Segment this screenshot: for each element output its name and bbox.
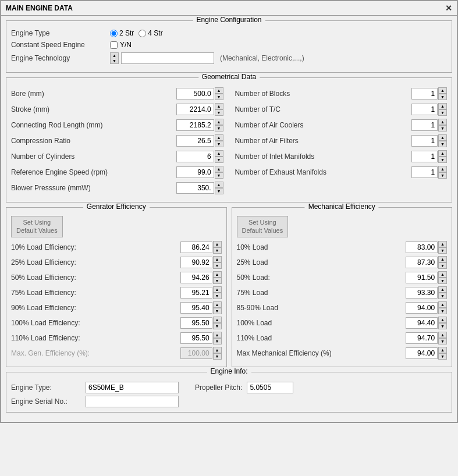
engine-serial-input[interactable] xyxy=(86,396,179,407)
geo-left-spin-up-3[interactable]: ▲ xyxy=(215,134,223,141)
propeller-pitch-input[interactable] xyxy=(247,382,293,393)
gen-eff-input-1[interactable] xyxy=(180,257,212,268)
gen-eff-spin-down-5[interactable]: ▼ xyxy=(213,323,222,329)
geo-right-spin-up-4[interactable]: ▲ xyxy=(438,150,447,157)
geo-left-input-1[interactable] xyxy=(176,104,214,115)
gen-eff-input-4[interactable] xyxy=(180,302,212,314)
geo-right-input-4[interactable] xyxy=(411,151,438,162)
gen-eff-spin-up-6[interactable]: ▲ xyxy=(213,332,222,338)
geo-left-spin-down-3[interactable]: ▼ xyxy=(215,141,223,147)
geo-right-input-3[interactable] xyxy=(411,135,438,147)
mech-eff-spin-down-3[interactable]: ▼ xyxy=(438,293,447,299)
geo-right-spin-up-5[interactable]: ▲ xyxy=(438,166,447,172)
mech-eff-spin-up-6[interactable]: ▲ xyxy=(438,332,447,338)
geo-right-spin-down-0[interactable]: ▼ xyxy=(438,94,447,100)
gen-eff-spin-up-3[interactable]: ▲ xyxy=(213,286,222,293)
mech-eff-spin-down-6[interactable]: ▼ xyxy=(438,338,447,344)
gen-eff-input-3[interactable] xyxy=(180,287,212,299)
geo-right-spin-down-5[interactable]: ▼ xyxy=(438,172,447,179)
gen-eff-spin-up-5[interactable]: ▲ xyxy=(213,317,222,323)
geo-left-spin-down-2[interactable]: ▼ xyxy=(215,125,223,132)
gen-eff-spin-up-1[interactable]: ▲ xyxy=(213,256,222,262)
gen-eff-input-6[interactable] xyxy=(180,332,212,344)
geo-left-input-4[interactable] xyxy=(176,151,214,162)
gen-eff-spin-down-4[interactable]: ▼ xyxy=(213,308,222,314)
tech-spin-up[interactable]: ▲ xyxy=(111,53,118,58)
mech-eff-spin-down-4[interactable]: ▼ xyxy=(438,308,447,314)
engine-type-info-input[interactable] xyxy=(86,382,179,393)
geo-left-spin-up-4[interactable]: ▲ xyxy=(215,150,223,157)
geo-right-spin-up-3[interactable]: ▲ xyxy=(438,134,447,141)
radio-2str[interactable] xyxy=(110,30,118,37)
geo-right-spin-down-3[interactable]: ▼ xyxy=(438,141,447,147)
mech-eff-input-1[interactable] xyxy=(406,257,438,268)
geo-right-input-2[interactable] xyxy=(411,119,438,131)
geo-right-input-1[interactable] xyxy=(411,104,438,115)
gen-eff-spin-down-1[interactable]: ▼ xyxy=(213,262,222,269)
mech-eff-spin-up-2[interactable]: ▲ xyxy=(438,271,447,278)
mech-eff-input-4[interactable] xyxy=(406,302,438,314)
geo-left-spin-down-6[interactable]: ▼ xyxy=(215,188,223,194)
mech-eff-spin-down-5[interactable]: ▼ xyxy=(438,323,447,329)
mech-eff-spin-down-7[interactable]: ▼ xyxy=(438,353,447,360)
geo-right-spin-up-1[interactable]: ▲ xyxy=(438,103,447,109)
mech-eff-input-0[interactable] xyxy=(406,241,438,253)
constant-speed-checkbox[interactable] xyxy=(110,41,118,49)
gen-eff-spin-up-2[interactable]: ▲ xyxy=(213,271,222,278)
geo-left-input-5[interactable] xyxy=(176,166,214,178)
geo-left-spin-down-4[interactable]: ▼ xyxy=(215,157,223,163)
gen-eff-input-wrap-7: ▲ ▼ xyxy=(180,347,222,360)
mech-default-btn[interactable]: Set UsingDefault Values xyxy=(237,216,289,237)
mech-eff-spin-down-0[interactable]: ▼ xyxy=(438,247,447,254)
geo-left-spin-up-1[interactable]: ▲ xyxy=(215,103,223,109)
geo-right-spin-up-2[interactable]: ▲ xyxy=(438,119,447,125)
gen-eff-spin-down-3[interactable]: ▼ xyxy=(213,293,222,299)
geo-right-input-0[interactable] xyxy=(411,88,438,100)
geo-left-input-6[interactable] xyxy=(176,182,214,194)
geo-left-input-2[interactable] xyxy=(176,119,214,131)
mech-eff-input-5[interactable] xyxy=(406,317,438,329)
mech-eff-spin-down-2[interactable]: ▼ xyxy=(438,278,447,284)
mech-eff-spin-down-1[interactable]: ▼ xyxy=(438,262,447,269)
geo-right-spin-down-1[interactable]: ▼ xyxy=(438,109,447,116)
mech-eff-input-7[interactable] xyxy=(406,347,438,359)
mech-eff-input-3[interactable] xyxy=(406,287,438,299)
geo-left-input-3[interactable] xyxy=(176,135,214,147)
mech-eff-spin-up-0[interactable]: ▲ xyxy=(438,241,447,247)
mech-eff-input-2[interactable] xyxy=(406,272,438,283)
gen-eff-spin-down-2[interactable]: ▼ xyxy=(213,278,222,284)
mech-eff-spin-up-1[interactable]: ▲ xyxy=(438,256,447,262)
gen-eff-input-5[interactable] xyxy=(180,317,212,329)
geo-right-spin-up-0[interactable]: ▲ xyxy=(438,87,447,94)
geo-left-spin-up-5[interactable]: ▲ xyxy=(215,166,223,172)
close-button[interactable]: ✕ xyxy=(445,3,452,13)
gen-eff-input-0[interactable] xyxy=(180,241,212,253)
geo-left-input-0[interactable] xyxy=(176,88,214,100)
geo-left-spin-up-0[interactable]: ▲ xyxy=(215,87,223,94)
mech-eff-input-6[interactable] xyxy=(406,332,438,344)
radio-4str[interactable] xyxy=(139,30,146,37)
tech-spin-down[interactable]: ▼ xyxy=(111,58,118,63)
geo-right-spin-down-4[interactable]: ▼ xyxy=(438,157,447,163)
geo-left-spin-down-5[interactable]: ▼ xyxy=(215,172,223,179)
gen-eff-input-2[interactable] xyxy=(180,272,212,283)
geo-left-spin-up-6[interactable]: ▲ xyxy=(215,182,223,188)
gen-default-btn[interactable]: Set UsingDefault Values xyxy=(11,216,63,237)
gen-eff-spin-down-0[interactable]: ▼ xyxy=(213,247,222,254)
mech-eff-spin-up-3[interactable]: ▲ xyxy=(438,286,447,293)
gen-eff-spin-down-7[interactable]: ▼ xyxy=(213,353,222,360)
gen-eff-spin-up-0[interactable]: ▲ xyxy=(213,241,222,247)
mech-eff-spin-up-4[interactable]: ▲ xyxy=(438,301,447,308)
geo-left-spin-down-0[interactable]: ▼ xyxy=(215,94,223,100)
engine-tech-input[interactable]: Electronic:ME xyxy=(121,52,214,64)
gen-eff-spin-up-7[interactable]: ▲ xyxy=(213,347,222,353)
geo-left-spin-up-2[interactable]: ▲ xyxy=(215,119,223,125)
gen-eff-spin-up-4[interactable]: ▲ xyxy=(213,301,222,308)
gen-eff-spin-down-6[interactable]: ▼ xyxy=(213,338,222,344)
geo-right-spin-down-2[interactable]: ▼ xyxy=(438,125,447,132)
mech-eff-spin-up-7[interactable]: ▲ xyxy=(438,347,447,353)
geo-left-spin-down-1[interactable]: ▼ xyxy=(215,109,223,116)
geo-right-input-5[interactable] xyxy=(411,166,438,178)
mech-eff-spin-up-5[interactable]: ▲ xyxy=(438,317,447,323)
mech-eff-input-wrap-7: ▲ ▼ xyxy=(406,347,447,360)
